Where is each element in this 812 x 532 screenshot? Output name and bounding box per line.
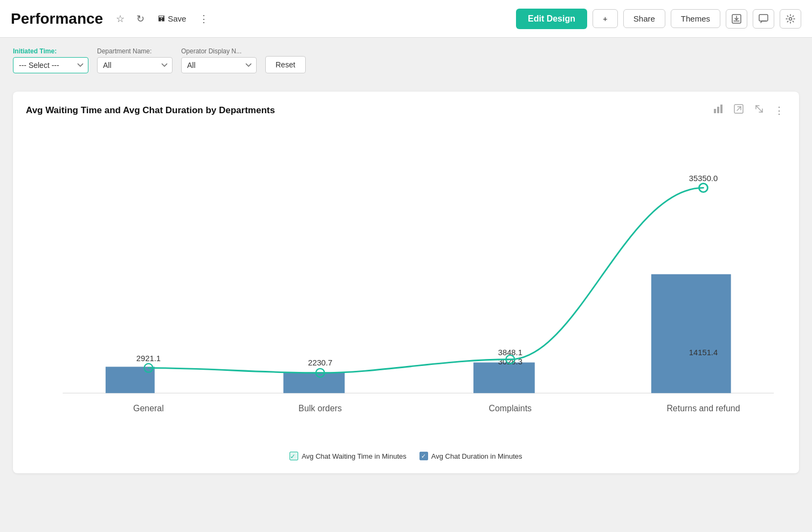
initiated-time-filter: Initiated Time: --- Select ---: [13, 47, 88, 73]
external-link-icon[interactable]: [731, 102, 746, 118]
bar-bulk-duration: [284, 372, 345, 393]
operator-filter: Operator Display N... All: [181, 47, 257, 73]
legend-waiting-label: Avg Chat Waiting Time in Minutes: [301, 452, 406, 460]
department-select[interactable]: All: [97, 57, 173, 73]
favorite-icon[interactable]: ☆: [113, 11, 128, 27]
department-filter: Department Name: All: [97, 47, 173, 73]
chart-card: Avg Waiting Time and Avg Chat Duration b…: [13, 92, 799, 473]
bar-general-duration: [106, 367, 155, 393]
header: Performance ☆ ↻ 🖬 Save ⋮ Edit Design + S…: [0, 0, 812, 38]
label-general-waiting: 2921.1: [136, 354, 161, 363]
chart-title: Avg Waiting Time and Avg Chat Duration b…: [26, 105, 275, 116]
xlabel-returns: Returns and refund: [666, 404, 740, 413]
filter-bar: Initiated Time: --- Select --- Departmen…: [0, 38, 812, 83]
chart-svg: 2921.1 General 2230.7 Bulk orders 3848.1…: [26, 123, 786, 442]
more-chart-options-icon[interactable]: ⋮: [772, 103, 786, 118]
chart-legend: ✓ Avg Chat Waiting Time in Minutes ✓ Avg…: [26, 452, 786, 460]
share-button[interactable]: Share: [623, 9, 665, 28]
save-icon: 🖬: [157, 14, 166, 23]
legend-duration-label: Avg Chat Duration in Minutes: [431, 452, 522, 460]
check-waiting: ✓: [290, 453, 295, 460]
label-returns-duration: 14151.4: [689, 348, 718, 357]
save-button[interactable]: 🖬 Save: [153, 12, 190, 25]
label-bulk-waiting: 2230.7: [308, 358, 332, 367]
chart-header: Avg Waiting Time and Avg Chat Duration b…: [26, 102, 786, 118]
legend-duration-box: ✓: [419, 452, 428, 460]
bar-chart-icon[interactable]: [711, 102, 726, 118]
svg-rect-3: [714, 109, 716, 113]
svg-rect-5: [720, 105, 722, 113]
svg-rect-1: [759, 15, 768, 21]
edit-design-button[interactable]: Edit Design: [516, 9, 587, 29]
themes-button[interactable]: Themes: [671, 9, 720, 28]
bar-complaints-duration: [473, 362, 535, 393]
department-label: Department Name:: [97, 47, 173, 55]
page-title: Performance: [11, 10, 103, 27]
export-icon[interactable]: [726, 9, 747, 29]
plus-icon: +: [603, 14, 608, 23]
add-button[interactable]: +: [593, 9, 618, 28]
initiated-time-select[interactable]: --- Select ---: [13, 57, 88, 73]
operator-select[interactable]: All: [181, 57, 257, 73]
initiated-time-label: Initiated Time:: [13, 47, 88, 55]
svg-rect-4: [717, 107, 719, 113]
chart-tools: ⋮: [711, 102, 786, 118]
legend-duration: ✓ Avg Chat Duration in Minutes: [419, 452, 522, 460]
xlabel-bulk: Bulk orders: [299, 404, 342, 413]
svg-point-2: [789, 17, 792, 20]
expand-icon[interactable]: [752, 102, 767, 118]
reset-button[interactable]: Reset: [265, 56, 306, 73]
waiting-line: [148, 188, 703, 372]
bar-returns-duration: [651, 274, 731, 393]
label-returns-waiting: 35350.0: [689, 174, 718, 183]
comment-icon[interactable]: [753, 9, 774, 29]
refresh-icon[interactable]: ↻: [133, 11, 148, 27]
legend-waiting: ✓ Avg Chat Waiting Time in Minutes: [290, 452, 406, 460]
legend-waiting-box: ✓: [290, 452, 298, 460]
check-duration: ✓: [421, 453, 426, 460]
xlabel-general: General: [133, 404, 164, 413]
operator-label: Operator Display N...: [181, 47, 257, 55]
chart-area: 2921.1 General 2230.7 Bulk orders 3848.1…: [26, 123, 786, 444]
settings-icon[interactable]: [780, 9, 801, 29]
xlabel-complaints: Complaints: [489, 404, 532, 413]
more-options-icon[interactable]: ⋮: [196, 11, 212, 27]
